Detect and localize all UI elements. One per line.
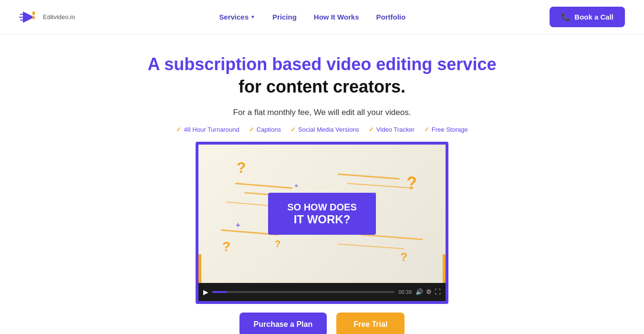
check-icon: ✓ xyxy=(291,126,296,133)
logo-text: Editvideo.io xyxy=(43,13,75,21)
banner-text2: IT WORK? xyxy=(287,213,357,226)
svg-point-16 xyxy=(295,184,298,187)
hero-title-purple: A subscription based video editing servi… xyxy=(148,53,497,76)
qmark-3: ? xyxy=(222,239,230,254)
svg-line-12 xyxy=(362,235,422,240)
video-thumbnail: + + ? ? ? ? ? SO HOW DOES IT WORK xyxy=(198,145,446,283)
svg-line-13 xyxy=(338,244,404,249)
svg-line-9 xyxy=(338,174,399,179)
deco-bottom-right xyxy=(443,254,448,283)
hero-subtitle: For a flat monthly fee, We will edit all… xyxy=(233,108,411,117)
progress-bar[interactable] xyxy=(212,291,395,293)
settings-icon[interactable]: ⚙ xyxy=(426,288,432,295)
portfolio-link[interactable]: Portfolio xyxy=(376,13,406,21)
phone-icon: 📞 xyxy=(561,12,571,21)
qmark-2: ? xyxy=(406,173,417,193)
center-banner: SO HOW DOES IT WORK? xyxy=(268,193,376,235)
free-trial-button[interactable]: Free Trial xyxy=(336,313,405,334)
navbar: Editvideo.io Services ▼ Pricing How It W… xyxy=(0,0,644,34)
svg-line-6 xyxy=(236,183,291,188)
check-icon: ✓ xyxy=(249,126,254,133)
feature-social-media: ✓ Social Media Versions xyxy=(291,126,359,133)
check-icon: ✓ xyxy=(424,126,429,133)
play-control-icon[interactable]: ▶ xyxy=(203,288,208,296)
hero-section: A subscription based video editing servi… xyxy=(0,34,644,334)
banner-text1: SO HOW DOES xyxy=(287,201,357,213)
logo-icon xyxy=(19,8,38,27)
feature-turnaround: ✓ 48 Hour Turnaround xyxy=(176,126,239,133)
svg-rect-1 xyxy=(32,11,35,15)
cta-buttons: Purchase a Plan Free Trial xyxy=(239,313,405,334)
feature-free-storage: ✓ Free Storage xyxy=(424,126,468,133)
check-icon: ✓ xyxy=(369,126,374,133)
deco-bottom-left xyxy=(196,254,201,283)
logo[interactable]: Editvideo.io xyxy=(19,8,75,27)
progress-fill xyxy=(212,291,227,293)
features-bar: ✓ 48 Hour Turnaround ✓ Captions ✓ Social… xyxy=(176,126,467,133)
svg-rect-2 xyxy=(32,16,35,19)
hero-title-black: for content creators. xyxy=(239,76,405,98)
services-link[interactable]: Services ▼ xyxy=(219,13,255,21)
nav-item-how-it-works[interactable]: How It Works xyxy=(314,13,359,21)
svg-line-10 xyxy=(348,183,413,188)
qmark-4: ? xyxy=(400,250,407,264)
qmark-5: ? xyxy=(275,239,280,250)
nav-item-services[interactable]: Services ▼ xyxy=(219,13,255,21)
nav-item-pricing[interactable]: Pricing xyxy=(272,13,297,21)
volume-icon[interactable]: 🔊 xyxy=(415,288,423,295)
check-icon: ✓ xyxy=(176,126,181,133)
chevron-down-icon: ▼ xyxy=(250,14,255,20)
fullscreen-icon[interactable]: ⛶ xyxy=(435,288,441,295)
feature-video-tracker: ✓ Video Tracker xyxy=(369,126,415,133)
how-it-works-link[interactable]: How It Works xyxy=(314,13,359,21)
time-display: 00:39 xyxy=(398,289,412,295)
book-call-button[interactable]: 📞 Book a Call xyxy=(550,7,625,27)
video-content: + + ? ? ? ? ? SO HOW DOES IT WORK xyxy=(198,145,446,283)
purchase-plan-button[interactable]: Purchase a Plan xyxy=(239,313,327,334)
feature-captions: ✓ Captions xyxy=(249,126,281,133)
nav-item-portfolio[interactable]: Portfolio xyxy=(376,13,406,21)
svg-text:+: + xyxy=(236,221,240,229)
video-center-content: SO HOW DOES IT WORK? xyxy=(268,193,376,235)
video-controls: ▶ 00:39 🔊 ⚙ ⛶ xyxy=(198,283,446,301)
video-control-icons: 🔊 ⚙ ⛶ xyxy=(415,288,441,295)
pricing-link[interactable]: Pricing xyxy=(272,13,297,21)
video-player[interactable]: + + ? ? ? ? ? SO HOW DOES IT WORK xyxy=(196,142,448,304)
qmark-1: ? xyxy=(237,159,246,177)
nav-links: Services ▼ Pricing How It Works Portfoli… xyxy=(219,13,405,21)
